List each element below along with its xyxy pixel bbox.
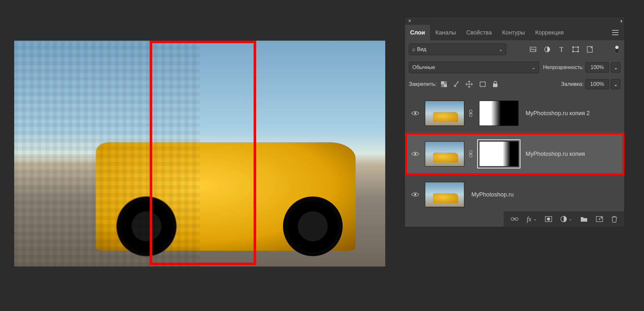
visibility-icon[interactable]	[411, 192, 420, 197]
layer-row[interactable]: MyPhotoshop.ru копия 2	[405, 94, 624, 133]
lock-all-icon[interactable]	[493, 81, 498, 87]
tab-properties[interactable]: Свойства	[461, 25, 497, 40]
svg-rect-12	[444, 84, 447, 87]
panel-menu-icon[interactable]	[606, 30, 624, 35]
svg-rect-2	[573, 47, 578, 52]
filter-pixel-icon[interactable]	[529, 46, 537, 53]
filter-smartobject-icon[interactable]	[586, 46, 593, 53]
mask-link-icon[interactable]	[469, 110, 475, 117]
lock-artboard-icon[interactable]	[479, 81, 486, 87]
layer-style-icon[interactable]: fx	[527, 216, 531, 223]
layer-thumbnail[interactable]	[425, 101, 464, 126]
layers-list: MyPhotoshop.ru копия 2 MyPhotoshop.ru ко…	[405, 92, 624, 227]
layer-name[interactable]: MyPhotoshop.ru копия 2	[526, 110, 590, 117]
layer-name[interactable]: MyPhotoshop.ru копия	[526, 151, 585, 157]
layer-filter-row: ⌕ Вид ⌄ T	[405, 40, 624, 58]
chevron-down-icon: ⌄	[533, 217, 537, 221]
layer-filter-icons: T	[529, 46, 620, 53]
svg-rect-4	[578, 46, 579, 48]
layer-thumbnail[interactable]	[425, 141, 464, 166]
filter-toggle-switch[interactable]	[613, 46, 620, 53]
chevron-down-icon: ⌄	[569, 217, 572, 221]
new-group-icon[interactable]	[580, 216, 588, 222]
lock-position-icon[interactable]	[466, 81, 473, 88]
layer-name[interactable]: MyPhotoshop.ru	[471, 191, 514, 198]
svg-rect-3	[572, 46, 574, 48]
panel-title-bar[interactable]: × ››	[405, 17, 624, 25]
fill-chevron[interactable]: ⌄	[611, 79, 620, 89]
blend-mode-select[interactable]: Обычные ⌄	[409, 62, 539, 73]
layer-row[interactable]: MyPhotoshop.ru копия	[405, 133, 624, 175]
new-layer-icon[interactable]	[596, 216, 603, 222]
svg-rect-11	[441, 81, 444, 84]
fill-input[interactable]: 100%	[586, 79, 609, 89]
svg-point-9	[615, 46, 619, 49]
svg-rect-14	[493, 84, 498, 87]
blend-row: Обычные ⌄ Непрозрачность: 100% ⌄	[405, 58, 624, 76]
link-layers-icon[interactable]	[511, 217, 518, 221]
opacity-input[interactable]: 100%	[586, 62, 609, 73]
layers-bottom-toolbar: fx ⌄ ⌄	[504, 211, 624, 227]
filter-adjustment-icon[interactable]	[544, 46, 551, 53]
svg-point-28	[547, 217, 550, 221]
close-icon[interactable]: ×	[408, 18, 411, 24]
svg-rect-6	[578, 51, 579, 52]
lock-row: Закрепить: Заливка: 100% ⌄	[405, 76, 624, 92]
svg-rect-5	[572, 51, 574, 52]
layer-kind-label: Вид	[417, 46, 426, 52]
panel-tabs: Слои Каналы Свойства Контуры Коррекция	[405, 25, 624, 40]
tab-paths[interactable]: Контуры	[497, 25, 530, 40]
layer-mask-thumbnail[interactable]	[479, 101, 518, 126]
lock-transparency-icon[interactable]	[441, 81, 447, 87]
layers-panel: × ›› Слои Каналы Свойства Контуры Коррек…	[405, 17, 625, 227]
mask-link-icon[interactable]	[469, 150, 475, 157]
fill-label: Заливка:	[561, 81, 584, 87]
blend-mode-value: Обычные	[412, 65, 435, 70]
lock-label: Закрепить:	[409, 81, 437, 87]
visibility-icon[interactable]	[411, 111, 420, 116]
tab-layers[interactable]: Слои	[405, 25, 430, 40]
add-mask-icon[interactable]	[545, 216, 552, 222]
layer-kind-select[interactable]: ⌕ Вид ⌄	[409, 44, 506, 55]
canvas-annotation-rect	[150, 41, 256, 265]
new-adjustment-icon[interactable]	[560, 216, 567, 222]
canvas-area[interactable]	[14, 41, 385, 266]
svg-point-19	[414, 153, 416, 155]
chevron-down-icon: ⌄	[499, 47, 503, 52]
tab-channels[interactable]: Каналы	[430, 25, 461, 40]
filter-type-icon[interactable]: T	[558, 46, 565, 53]
svg-rect-13	[480, 82, 485, 86]
collapse-icon[interactable]: ››	[620, 18, 621, 24]
visibility-icon[interactable]	[411, 151, 420, 156]
app-root: × ›› Слои Каналы Свойства Контуры Коррек…	[0, 0, 644, 311]
lock-pixels-icon[interactable]	[453, 81, 459, 87]
chevron-down-icon: ⌄	[532, 65, 536, 70]
layer-mask-thumbnail[interactable]	[479, 141, 518, 166]
tab-adjustments[interactable]: Коррекция	[530, 25, 569, 40]
layer-row[interactable]: MyPhotoshop.ru	[405, 175, 624, 214]
opacity-label: Непрозрачность:	[543, 65, 584, 70]
layer-thumbnail[interactable]	[425, 182, 464, 207]
opacity-chevron[interactable]: ⌄	[611, 62, 620, 73]
filter-shape-icon[interactable]	[572, 46, 579, 53]
delete-layer-icon[interactable]	[611, 216, 617, 223]
svg-point-15	[414, 112, 416, 114]
svg-point-23	[414, 194, 416, 196]
search-icon: ⌕	[412, 46, 416, 52]
